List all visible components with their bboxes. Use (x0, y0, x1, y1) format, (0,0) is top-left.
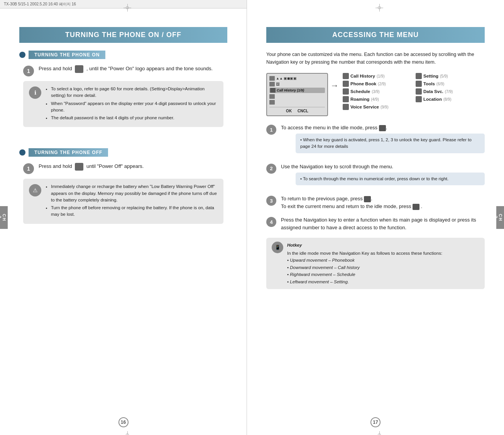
menu-item-row: Phone Book (2/9) (343, 81, 412, 87)
note-on-bullet: To select a logo, refer to page 60 for m… (51, 86, 218, 99)
phone-screen-buttons: OK CNCL (269, 107, 325, 113)
phone-screen-mockup: ▲▲ ▣◼▣▣ 🖼 Call History (1/9) (266, 73, 328, 116)
right-steps: 1To access the menu in the idle mode, pr… (266, 124, 485, 232)
menu-diagram: ▲▲ ▣◼▣▣ 🖼 Call History (1/9) (266, 73, 485, 116)
right-step-4: 4Press the Navigation key to enter a fun… (266, 216, 485, 232)
right-step-circle-1: 1 (266, 125, 276, 135)
right-step-3: 3To return to the previous page, press .… (266, 195, 485, 210)
menu-arrow: → (330, 81, 339, 91)
note-text-off: Immediately change or recharge the batte… (45, 183, 218, 219)
back-phone-icon (364, 196, 371, 202)
schedule-icon (343, 88, 349, 95)
menu-item-row: Tools (6/9) (416, 81, 485, 87)
right-page-title: ACCESSING THE MENU (266, 27, 485, 43)
call-history-icon (343, 73, 349, 79)
hotkey-content: Hotkey In the idle mode move the Navigat… (287, 242, 442, 285)
left-page-title: TURNING THE PHONE ON / OFF (19, 27, 227, 43)
phone-icon-on (75, 65, 83, 73)
note-on-bullet: The default password is the last 4 digit… (51, 115, 218, 121)
right-step-text-4: Press the Navigation key to enter a func… (281, 216, 485, 232)
right-step-circle-3: 3 (266, 196, 276, 206)
setting-icon (416, 73, 422, 79)
menu-item-name: Location (423, 97, 442, 102)
note-off-bullet: Turn the phone off before removing or re… (51, 205, 218, 218)
menu-item-row: Setting (5/9) (416, 73, 485, 79)
menu-item-num: (8/9) (443, 97, 452, 102)
menu-item-num: (7/9) (445, 90, 453, 94)
subsection-off-header: TURNING THE PHONE OFF (19, 148, 227, 157)
menu-item-num: (5/9) (440, 74, 448, 78)
menu-item-name: Schedule (350, 89, 370, 94)
page-number-right: 17 (370, 417, 381, 427)
note-box-on: ℹ To select a logo, refer to page 60 for… (23, 81, 223, 127)
ok-button-label: OK (286, 109, 292, 113)
subsection-on-header: TURNING THE PHONE ON (19, 51, 227, 59)
chapter-tab-left: CH2 (0, 206, 8, 229)
left-page: TX-30B 5/15-1 2002.5.20 16:40 페이지 16 CH2… (0, 0, 247, 435)
right-step-text-1: To access the menu in the idle mode, pre… (281, 124, 485, 132)
right-note-box-2: To search through the menu in numerical … (296, 173, 485, 185)
subsection-dot-off (19, 149, 25, 156)
phone-icon-off (75, 163, 83, 171)
idle-phone-icon (413, 204, 419, 210)
location-icon (416, 96, 422, 102)
hotkey-box: 📱 Hotkey In the idle mode move the Navig… (266, 238, 485, 289)
cncl-button-label: CNCL (298, 109, 308, 113)
subsection-on-label: TURNING THE PHONE ON (29, 51, 105, 59)
menu-item-num: (9/9) (381, 105, 389, 109)
step-circle-off-1: 1 (23, 163, 34, 174)
menu-item-row: Call History (1/9) (343, 73, 412, 79)
chapter-tab-right: CH2 (496, 206, 504, 229)
step-off-1-text: Press and hold until "Power Off" appears… (39, 162, 144, 171)
menu-items-list: Call History (1/9)Setting (5/9)Phone Boo… (343, 73, 485, 116)
step-off-1: 1 Press and hold until "Power Off" appea… (23, 162, 227, 174)
right-step-text-2: Use the Navigation key to scroll through… (281, 163, 485, 171)
menu-item-name: Call History (350, 74, 375, 78)
phonebook-icon (343, 81, 349, 87)
file-ref: TX-30B 5/15-1 2002.5.20 16:40 페이지 16 (4, 2, 76, 7)
menu-item-row: Data Svc. (7/9) (416, 88, 485, 95)
menu-item-row: Location (8/9) (416, 96, 485, 102)
right-note-box-1: When the key guard is activated, press 1… (296, 134, 485, 153)
note-on-bullet: When "Password" appears on the display e… (51, 100, 218, 114)
menu-item-row: Schedule (3/9) (343, 88, 412, 95)
right-step-2: 2Use the Navigation key to scroll throug… (266, 163, 485, 189)
menu-item-name: Tools (423, 81, 435, 86)
hotkey-item: Rightward movement – Schedule (287, 271, 442, 278)
step-on-1: 1 Press and hold , until the "Power On" … (23, 65, 227, 76)
roaming-icon (343, 96, 349, 102)
subsection-off-label: TURNING THE PHONE OFF (29, 148, 108, 157)
note-icon-off: ⚠ (29, 184, 41, 196)
voiceservice-icon (343, 104, 349, 110)
right-step-circle-4: 4 (266, 217, 276, 227)
tools-icon (416, 81, 422, 87)
step-circle-1: 1 (23, 66, 34, 76)
hotkey-intro: In the idle mode move the Navigation Key… (287, 250, 442, 257)
hotkey-item: Upward movement – Phonebook (287, 257, 442, 264)
right-step-circle-2: 2 (266, 164, 276, 174)
note-icon-on: ℹ (29, 86, 41, 99)
datasvc-icon (416, 88, 422, 95)
hotkey-icon: 📱 (272, 242, 283, 253)
page-number-left: 16 (118, 417, 129, 427)
screen-call-history: Call History (1/9) (277, 88, 304, 92)
menu-item-num: (6/9) (436, 82, 445, 86)
menu-item-name: Setting (423, 74, 438, 78)
note-text-on: To select a logo, refer to page 60 for m… (45, 86, 218, 122)
menu-item-row: Roaming (4/9) (343, 96, 412, 102)
hotkey-list: Upward movement – PhonebookDownward move… (287, 257, 442, 285)
step-on-1-text: Press and hold , until the "Power On" lo… (39, 65, 213, 73)
menu-item-name: Data Svc. (423, 89, 443, 94)
note-box-off: ⚠ Immediately change or recharge the bat… (23, 179, 223, 223)
menu-item-name: Voice Service (350, 105, 379, 109)
hotkey-item: Downward movement – Call history (287, 264, 442, 271)
right-step-text-3: To return to the previous page, press .T… (281, 195, 485, 210)
intro-text: Your phone can be customized via the men… (266, 51, 485, 66)
subsection-dot-on (19, 52, 25, 58)
menu-item-num: (3/9) (372, 90, 380, 94)
hotkey-title: Hotkey (287, 242, 442, 249)
menu-item-num: (1/9) (377, 74, 385, 78)
menu-item-num: (2/9) (378, 82, 386, 86)
right-step-1: 1To access the menu in the idle mode, pr… (266, 124, 485, 157)
note-off-bullet: Immediately change or recharge the batte… (51, 183, 218, 203)
